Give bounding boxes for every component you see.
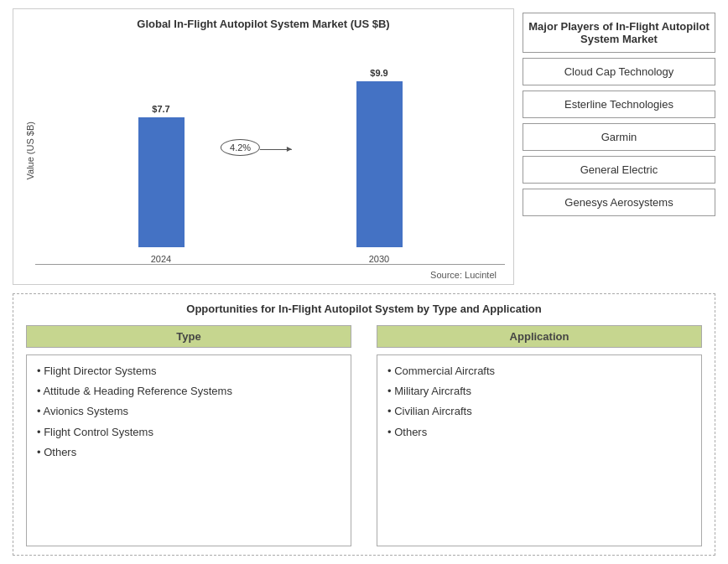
app-item-1: Commercial Aircrafts (387, 364, 691, 379)
bar-2030 (356, 81, 403, 247)
app-item-3: Civilian Aircrafts (387, 404, 691, 419)
bar-group-2030: $9.9 2030 (356, 68, 403, 264)
application-column: Application Commercial Aircrafts Militar… (377, 325, 702, 546)
type-item-1: Flight Director Systems (37, 364, 341, 379)
main-container: Global In-Flight Autopilot System Market… (0, 0, 728, 564)
bottom-title: Opportunities for In-Flight Autopilot Sy… (26, 303, 702, 315)
app-item-4: Others (387, 425, 691, 440)
chart-inner: 4.2% $7.7 2024 $9.9 (35, 37, 505, 265)
bar-label-2030: 2030 (369, 254, 389, 264)
app-item-2: Military Aircrafts (387, 384, 691, 399)
bar-value-2030: $9.9 (370, 68, 387, 78)
chart-area: Global In-Flight Autopilot System Market… (13, 8, 514, 285)
bottom-content: Type Flight Director Systems Attitude & … (26, 325, 702, 546)
chart-title: Global In-Flight Autopilot System Market… (22, 18, 505, 30)
type-items: Flight Director Systems Attitude & Headi… (26, 354, 351, 546)
application-header: Application (377, 325, 702, 348)
player-ge: General Electric (523, 156, 715, 184)
players-area: Major Players of In-Flight Autopilot Sys… (523, 8, 715, 285)
players-title: Major Players of In-Flight Autopilot Sys… (523, 13, 715, 53)
annotation-label: 4.2% (221, 139, 260, 156)
player-cloud-cap: Cloud Cap Technology (523, 58, 715, 85)
top-section: Global In-Flight Autopilot System Market… (13, 8, 715, 285)
bar-group-2024: $7.7 2024 (138, 104, 185, 264)
annotation-arrow (260, 149, 292, 150)
source-text: Source: Lucintel (22, 270, 505, 280)
application-items: Commercial Aircrafts Military Aircrafts … (377, 354, 702, 546)
bar-value-2024: $7.7 (152, 104, 169, 114)
y-axis-label: Value (US $B) (22, 122, 35, 180)
type-item-5: Others (37, 445, 341, 460)
player-genesys: Genesys Aerosystems (523, 189, 715, 216)
player-esterline: Esterline Technologies (523, 91, 715, 118)
type-column: Type Flight Director Systems Attitude & … (26, 325, 351, 546)
bars-container: 4.2% $7.7 2024 $9.9 (35, 97, 505, 265)
player-garmin: Garmin (523, 123, 715, 151)
chart-body: Value (US $B) 4.2% $7.7 2024 (22, 37, 505, 265)
type-header: Type (26, 325, 351, 348)
type-item-2: Attitude & Heading Reference Systems (37, 384, 341, 399)
bar-2024 (138, 117, 185, 247)
type-item-4: Flight Control Systems (37, 425, 341, 440)
bar-label-2024: 2024 (151, 254, 171, 264)
type-item-3: Avionics Systems (37, 404, 341, 419)
bottom-section: Opportunities for In-Flight Autopilot Sy… (13, 293, 715, 556)
annotation: 4.2% (221, 139, 260, 156)
